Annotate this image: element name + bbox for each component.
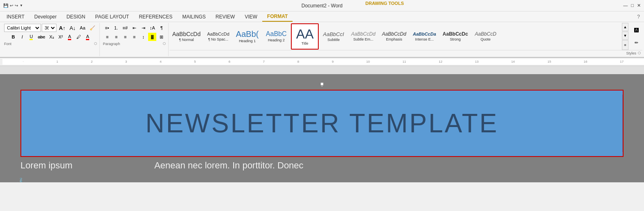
style-subtle-em-preview: AaBbCcDd [351,32,375,36]
borders-btn[interactable]: ⊞ [157,33,165,41]
undo-icon[interactable]: ↩ [10,3,13,8]
highlight-btn[interactable]: 🖊 [74,33,83,41]
separator [0,66,644,74]
increase-font-btn[interactable]: A↑ [57,24,67,32]
style-emphasis[interactable]: AaBbCcDd Emphasis [379,23,409,50]
justify-btn[interactable]: ≡ [130,33,138,41]
font-group-label: Font [4,42,11,46]
tab-design[interactable]: DESIGN [62,11,90,22]
style-normal-label: ¶ Normal [179,38,194,42]
scroll-down-btn[interactable]: ▼ [622,32,628,40]
style-intense-e[interactable]: AaBbCcDa Intense E... [410,23,439,50]
font-size-select[interactable]: 36 [42,24,56,32]
style-quote-preview: AaBbCcD [475,32,496,36]
para-row-2: ≡ ≡ ≡ ≡ ↕ ▓ ⊞ [103,33,165,41]
increase-indent-btn[interactable]: ⇥ [139,24,147,32]
text-color-btn[interactable]: A [65,33,74,41]
style-heading2[interactable]: AaBbC Heading 2 [262,23,290,50]
newsletter-text: NEWSLETTER TEMPLATE [145,108,498,138]
minimize-btn[interactable]: — [623,3,628,8]
tab-mailings[interactable]: MAILINGS [177,11,210,22]
ribbon: Calibri Light 36 A↑ A↓ Aa 🧹 B I U abc X₂… [0,22,644,58]
help-icon[interactable]: ? [633,14,644,20]
style-subtitle-label: Subtitle [327,38,340,42]
superscript-btn[interactable]: X² [56,33,65,41]
strikethrough-btn[interactable]: abc [36,33,47,41]
tab-developer[interactable]: Developer [29,11,62,22]
align-left-btn[interactable]: ≡ [103,33,111,41]
style-emphasis-preview: AaBbCcDd [382,32,406,36]
style-no-spacing-preview: AaBbCcDd [207,32,229,36]
tab-review[interactable]: REVIEW [211,11,240,22]
style-heading2-preview: AaBbC [266,31,287,37]
change-case-btn[interactable]: Aa [78,24,87,32]
para-expand-icon[interactable]: ⬡ [163,42,166,45]
style-title-label: Title [302,41,308,45]
underline-btn[interactable]: U [27,33,35,41]
styles-group: AaBbCcDd ¶ Normal AaBbCcDd ¶ No Spac... … [169,23,642,56]
document-area: ⬆ NEWSLETTER TEMPLATE ⚓ Lorem ipsum Aene… [0,74,644,182]
style-no-spacing[interactable]: AaBbCcDd ¶ No Spac... [204,23,232,50]
tab-insert[interactable]: INSERT [2,11,29,22]
sort-btn[interactable]: ↕A [148,24,157,32]
shading-btn[interactable]: ▓ [148,33,156,41]
maximize-btn[interactable]: □ [631,3,634,8]
subscript-btn[interactable]: X₂ [47,33,56,41]
decrease-font-btn[interactable]: A↓ [68,24,77,32]
style-strong[interactable]: AaBbCcDc Strong [440,23,471,50]
tab-format[interactable]: FORMAT [262,11,293,22]
line-spacing-btn[interactable]: ↕ [139,33,147,41]
style-title[interactable]: AA Title [291,23,319,50]
style-normal[interactable]: AaBbCcDd ¶ Normal [169,23,203,50]
font-name-select[interactable]: Calibri Light [4,24,41,32]
extra-btn-1[interactable]: 🅰 [630,24,642,36]
bold-btn[interactable]: B [9,33,17,41]
textbox-container[interactable]: NEWSLETTER TEMPLATE [20,90,624,157]
paragraph-group-label: Paragraph [103,42,120,46]
style-heading1-label: Heading 1 [239,39,256,43]
newsletter-textbox[interactable]: NEWSLETTER TEMPLATE [21,91,623,156]
style-subtitle[interactable]: AaBbCcI Subtitle [320,23,347,50]
styles-scroll-controls[interactable]: ▲ ▼ ≡ [622,23,628,50]
ribbon-right-extras: 🅰 ✏ [630,24,642,49]
font-row-1: Calibri Light 36 A↑ A↓ Aa 🧹 [4,24,97,32]
para-row-1: ≡• 1. ≡# ⇤ ⇥ ↕A ¶ [103,24,166,32]
tab-page-layout[interactable]: PAGE LAYOUT [90,11,134,22]
scroll-more-btn[interactable]: ≡ [622,40,628,50]
show-formatting-btn[interactable]: ¶ [158,24,166,32]
style-quote-label: Quote [481,37,491,41]
ribbon-tabs: INSERT Developer DESIGN PAGE LAYOUT REFE… [0,11,644,22]
align-center-btn[interactable]: ≡ [112,33,120,41]
clear-format-btn[interactable]: 🧹 [88,24,97,32]
bullets-btn[interactable]: ≡• [103,24,111,32]
extra-btn-2[interactable]: ✏ [630,36,642,49]
redo-icon[interactable]: ↪ [15,3,18,8]
style-heading1[interactable]: AaBb( Heading 1 [233,23,262,50]
handle-top-center[interactable] [320,82,324,86]
style-intense-e-label: Intense E... [415,37,434,41]
numbering-btn[interactable]: 1. [112,24,120,32]
title-text: Document2 - Word [302,3,342,9]
font-expand-icon[interactable]: ⬡ [94,42,97,45]
dropdown-arrow[interactable]: ▼ [20,4,23,7]
italic-btn[interactable]: I [18,33,26,41]
window-controls[interactable]: — □ ✕ [623,3,641,8]
tab-view[interactable]: VIEW [240,11,262,22]
style-heading2-label: Heading 2 [268,38,285,42]
styles-expand-icon[interactable]: ⬡ [638,51,641,55]
scroll-up-btn[interactable]: ▲ [622,23,628,31]
font-group-footer: Font ⬡ [4,41,97,46]
align-right-btn[interactable]: ≡ [121,33,129,41]
doc-footer: Lorem ipsum Aenean nec lorem. In porttit… [4,157,640,174]
styles-group-label: Styles [626,51,636,55]
ribbon-content: Calibri Light 36 A↑ A↓ Aa 🧹 B I U abc X₂… [0,22,644,57]
decrease-indent-btn[interactable]: ⇤ [130,24,138,32]
footer-left-text: Lorem ipsum [20,160,72,171]
style-subtitle-preview: AaBbCcI [323,32,344,37]
tab-references[interactable]: REFERENCES [134,11,177,22]
multilevel-btn[interactable]: ≡# [121,24,130,32]
style-quote[interactable]: AaBbCcD Quote [472,23,500,50]
close-btn[interactable]: ✕ [637,3,641,8]
font-color-btn[interactable]: A [83,33,92,41]
style-subtle-em[interactable]: AaBbCcDd Subtle Em... [348,23,378,50]
